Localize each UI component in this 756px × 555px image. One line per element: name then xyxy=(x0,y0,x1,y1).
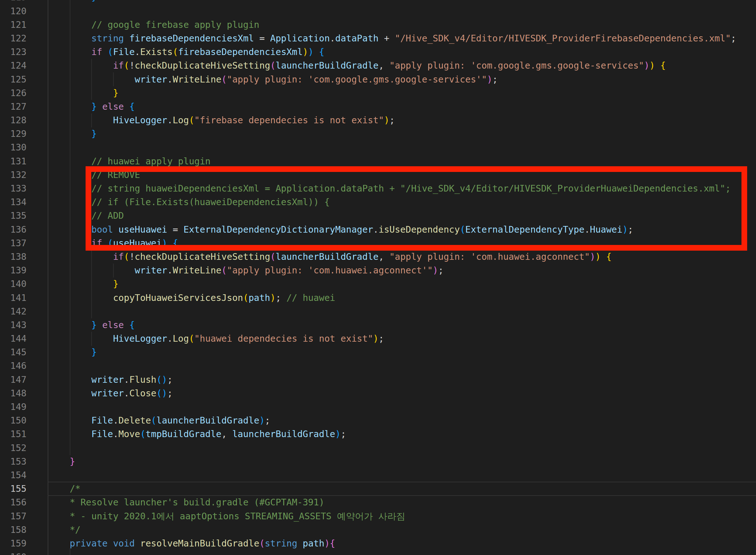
code-text[interactable]: copyToHuaweiServicesJson(path); // huawe… xyxy=(48,293,335,303)
code-line[interactable]: 126 } xyxy=(0,86,756,100)
code-line[interactable]: 139 writer.WriteLine("apply plugin: 'com… xyxy=(0,264,756,277)
code-line[interactable]: 134 // if (File.Exists(huaweiDependencie… xyxy=(0,195,756,209)
line-number[interactable]: 137 xyxy=(0,237,27,250)
code-text[interactable]: bool useHuawei = ExternalDependencyDicti… xyxy=(48,224,633,235)
line-number[interactable]: 150 xyxy=(0,414,27,427)
code-text[interactable]: if(!checkDuplicateHiveSetting(launcherBu… xyxy=(48,252,612,262)
code-line[interactable]: 140 } xyxy=(0,277,756,291)
code-line[interactable]: 152 xyxy=(0,441,756,455)
code-line[interactable]: 149 xyxy=(0,400,756,414)
code-line[interactable]: 123 if (File.Exists(firebaseDependencies… xyxy=(0,45,756,59)
line-number[interactable]: 127 xyxy=(0,100,27,114)
code-line[interactable]: 124 if(!checkDuplicateHiveSetting(launch… xyxy=(0,59,756,72)
line-number[interactable]: 125 xyxy=(0,73,27,86)
code-text[interactable]: * Resolve launcher's build.gradle (#GCPT… xyxy=(48,497,324,508)
line-number[interactable]: 153 xyxy=(0,455,27,468)
line-number[interactable]: 130 xyxy=(0,141,27,154)
code-text[interactable]: if(!checkDuplicateHiveSetting(launcherBu… xyxy=(48,60,666,71)
code-line[interactable]: 145 } xyxy=(0,345,756,359)
line-number[interactable]: 160 xyxy=(0,550,27,555)
line-number[interactable]: 126 xyxy=(0,86,27,100)
line-number[interactable]: 121 xyxy=(0,18,27,32)
code-text[interactable]: } else { xyxy=(48,320,135,330)
code-line[interactable]: 137 if (useHuawei) { xyxy=(0,237,756,250)
code-line[interactable]: 130 xyxy=(0,141,756,154)
code-line[interactable]: 159 private void resolveMainBuildGradle(… xyxy=(0,537,756,550)
line-number[interactable]: 155 xyxy=(0,482,27,496)
code-line[interactable]: 151 File.Move(tmpBuildGradle, launcherBu… xyxy=(0,427,756,441)
line-number[interactable]: 144 xyxy=(0,332,27,345)
code-text[interactable]: writer.Close(); xyxy=(48,388,173,398)
line-number[interactable]: 158 xyxy=(0,523,27,537)
code-line[interactable]: 155 /* xyxy=(0,482,756,496)
code-text[interactable]: } xyxy=(48,347,97,357)
code-text[interactable]: HiveLogger.Log("firebase dependecies is … xyxy=(48,115,395,125)
code-line[interactable]: 127 } else { xyxy=(0,100,756,114)
code-text[interactable]: } xyxy=(48,129,97,139)
line-number[interactable]: 152 xyxy=(0,441,27,455)
line-number[interactable]: 131 xyxy=(0,155,27,168)
line-number[interactable]: 139 xyxy=(0,264,27,277)
code-line[interactable]: 138 if(!checkDuplicateHiveSetting(launch… xyxy=(0,250,756,264)
line-number[interactable]: 133 xyxy=(0,182,27,195)
code-text[interactable]: private void resolveMainBuildGradle(stri… xyxy=(48,538,335,549)
code-line[interactable]: 143 } else { xyxy=(0,318,756,332)
code-text[interactable]: // string huaweiDependenciesXml = Applic… xyxy=(48,183,731,194)
code-text[interactable]: } xyxy=(48,279,119,289)
code-line[interactable]: 133 // string huaweiDependenciesXml = Ap… xyxy=(0,182,756,195)
code-line[interactable]: 148 writer.Close(); xyxy=(0,387,756,400)
line-number[interactable]: 124 xyxy=(0,59,27,72)
line-number[interactable]: 136 xyxy=(0,223,27,237)
code-line[interactable]: 128 HiveLogger.Log("firebase dependecies… xyxy=(0,114,756,127)
code-text[interactable]: */ xyxy=(48,525,81,535)
code-line[interactable]: 125 writer.WriteLine("apply plugin: 'com… xyxy=(0,73,756,86)
code-text[interactable]: writer.WriteLine("apply plugin: 'com.goo… xyxy=(48,74,498,85)
line-number[interactable]: 141 xyxy=(0,291,27,305)
code-text[interactable]: * - unity 2020.1에서 aaptOptions STREAMING… xyxy=(48,511,406,521)
line-number[interactable]: 142 xyxy=(0,305,27,318)
line-number[interactable]: 143 xyxy=(0,318,27,332)
line-number[interactable]: 138 xyxy=(0,250,27,264)
line-number[interactable]: 149 xyxy=(0,400,27,414)
line-number[interactable]: 123 xyxy=(0,45,27,59)
code-text[interactable]: } xyxy=(48,0,97,3)
code-line[interactable]: 142 xyxy=(0,305,756,318)
code-line[interactable]: 122 string firebaseDependenciesXml = App… xyxy=(0,32,756,45)
code-line[interactable]: 150 File.Delete(launcherBuildGradle); xyxy=(0,414,756,427)
code-line[interactable]: 135 // ADD xyxy=(0,209,756,222)
code-text[interactable]: } else { xyxy=(48,101,135,112)
code-text[interactable]: // ADD xyxy=(48,211,124,221)
line-number[interactable]: 129 xyxy=(0,127,27,141)
code-line[interactable]: 146 xyxy=(0,359,756,373)
code-line[interactable]: 144 HiveLogger.Log("huawei dependecies i… xyxy=(0,332,756,345)
code-text[interactable]: HiveLogger.Log("huawei dependecies is no… xyxy=(48,334,384,344)
line-number[interactable]: 159 xyxy=(0,537,27,550)
line-number[interactable]: 128 xyxy=(0,114,27,127)
code-text[interactable]: } xyxy=(48,88,119,98)
code-line[interactable]: 157 * - unity 2020.1에서 aaptOptions STREA… xyxy=(0,510,756,523)
code-text[interactable]: writer.Flush(); xyxy=(48,375,173,385)
line-number[interactable]: 132 xyxy=(0,168,27,182)
code-text[interactable]: writer.WriteLine("apply plugin: 'com.hua… xyxy=(48,265,444,275)
line-number[interactable]: 140 xyxy=(0,277,27,291)
line-number[interactable]: 151 xyxy=(0,427,27,441)
code-line[interactable]: 160 xyxy=(0,550,756,555)
code-text[interactable]: string firebaseDependenciesXml = Applica… xyxy=(48,33,736,44)
code-text[interactable]: // if (File.Exists(huaweiDependenciesXml… xyxy=(48,197,330,207)
line-number[interactable]: 146 xyxy=(0,359,27,373)
code-line[interactable]: 131 // huawei apply plugin xyxy=(0,155,756,168)
code-text[interactable]: } xyxy=(48,456,75,467)
code-line[interactable]: 120 xyxy=(0,4,756,18)
code-text[interactable]: // huawei apply plugin xyxy=(48,156,210,167)
code-line[interactable]: 119 } xyxy=(0,0,756,4)
line-number[interactable]: 145 xyxy=(0,345,27,359)
code-line[interactable]: 141 copyToHuaweiServicesJson(path); // h… xyxy=(0,291,756,305)
code-line[interactable]: 154 xyxy=(0,468,756,482)
line-number[interactable]: 120 xyxy=(0,4,27,18)
line-number[interactable]: 148 xyxy=(0,387,27,400)
line-number[interactable]: 122 xyxy=(0,32,27,45)
code-text[interactable]: /* xyxy=(48,483,81,494)
code-line[interactable]: 147 writer.Flush(); xyxy=(0,373,756,387)
code-text[interactable]: File.Move(tmpBuildGradle, launcherBuildG… xyxy=(48,429,346,439)
code-text[interactable]: File.Delete(launcherBuildGradle); xyxy=(48,415,270,426)
